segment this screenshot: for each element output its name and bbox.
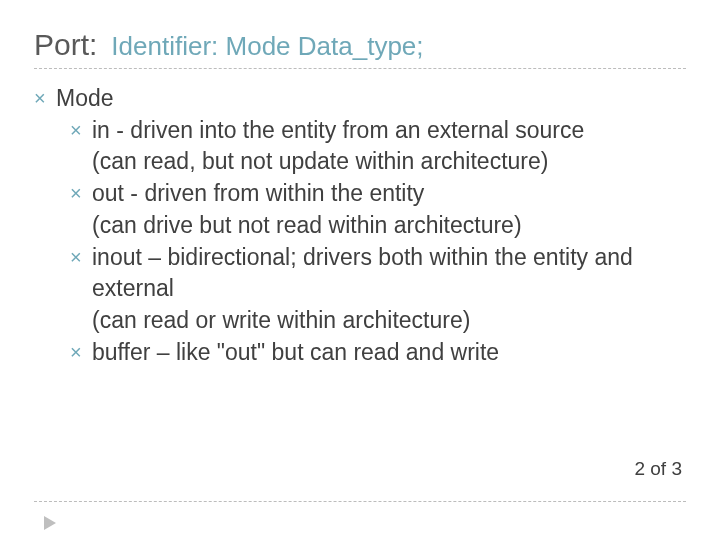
bullet-icon: × [70,178,92,241]
title-row: Port: Identifier: Mode Data_type; [34,28,686,62]
title-port: Port: [34,28,97,62]
svg-marker-0 [44,516,56,530]
item-main: buffer – like "out" but can read and wri… [92,339,499,365]
level2-text: buffer – like "out" but can read and wri… [92,337,686,369]
bullet-icon: × [34,83,56,369]
level1-content: Mode × in - driven into the entity from … [56,83,686,369]
level2-item: × out - driven from within the entity (c… [70,178,686,241]
level1-item: × Mode × in - driven into the entity fro… [34,83,686,369]
item-main: out - driven from within the entity [92,180,424,206]
bullet-icon: × [70,337,92,369]
item-note: (can read, but not update within archite… [92,148,548,174]
level2-text: in - driven into the entity from an exte… [92,115,686,178]
arrow-icon [40,512,62,534]
footer-line [34,501,686,502]
level2-item: × inout – bidirectional; drivers both wi… [70,242,686,337]
level2-text: out - driven from within the entity (can… [92,178,686,241]
slide: Port: Identifier: Mode Data_type; × Mode… [0,0,720,540]
title-rest: Identifier: Mode Data_type; [111,31,423,62]
level2-text: inout – bidirectional; drivers both with… [92,242,686,337]
item-note: (can drive but not read within architect… [92,212,522,238]
body: × Mode × in - driven into the entity fro… [34,83,686,369]
level2-item: × in - driven into the entity from an ex… [70,115,686,178]
item-main: inout – bidirectional; drivers both with… [92,244,633,302]
item-main: in - driven into the entity from an exte… [92,117,584,143]
level2-item: × buffer – like "out" but can read and w… [70,337,686,369]
bullet-icon: × [70,242,92,337]
level1-heading: Mode [56,83,686,115]
title-underline [34,68,686,69]
bullet-icon: × [70,115,92,178]
page-counter: 2 of 3 [634,458,682,480]
item-note: (can read or write within architecture) [92,307,470,333]
